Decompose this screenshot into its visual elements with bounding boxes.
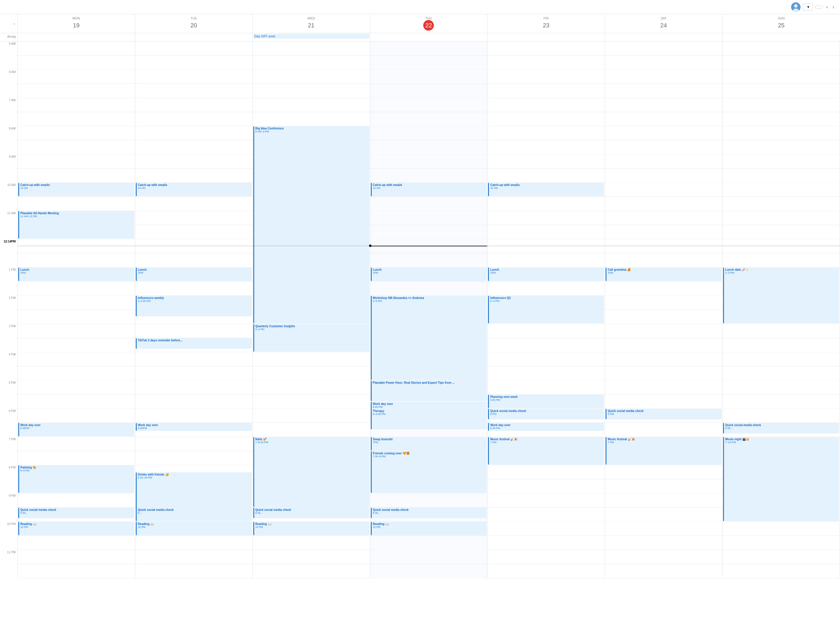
time-6-30 <box>0 84 18 98</box>
col-sat: Call grandma 🍊1PMQuick social media chec… <box>605 42 722 578</box>
time-8-30 <box>0 479 18 493</box>
time-labels: 5 AM 6 AM 7 AM 8 AM 9 AM 10 AM 11 AM 12:… <box>0 42 18 618</box>
days-grid: Catch-up with emails10 AMPlanable All-Ha… <box>18 42 840 618</box>
calendar-event[interactable]: Reading 📖10 PM <box>136 522 252 535</box>
calendar-event[interactable]: Music festival 🎸🎉7 PM <box>488 437 604 465</box>
time-7-30 <box>0 112 18 126</box>
allday-cell-sat <box>605 33 722 41</box>
allday-event-dayoff[interactable]: Day OFF work <box>253 34 369 39</box>
time-7-30 <box>0 451 18 465</box>
time-10-30 <box>0 536 18 550</box>
day-header-wed[interactable]: WED 21 <box>253 14 370 33</box>
time-4-30 <box>0 366 18 380</box>
day-header-mon[interactable]: MON 19 <box>18 14 135 33</box>
calendar-event[interactable]: Reading 📖10 PM <box>253 522 369 535</box>
calendar-event[interactable]: Catch-up with emails10 AM <box>18 183 134 196</box>
col-thu: Catch-up with emails10 AMLunch1PMWorksho… <box>370 42 488 578</box>
day-header-sun[interactable]: SUN 25 <box>722 14 840 33</box>
next-arrow[interactable]: › <box>831 3 835 11</box>
calendar-event[interactable]: Swap bracelet7PM <box>371 437 487 450</box>
time-5-30 <box>0 56 18 70</box>
calendar-event[interactable]: Quick social media check9:... <box>136 508 252 518</box>
calendar-event[interactable]: Quick social media check6:30... <box>723 423 839 434</box>
time-11pm: 11 PM <box>0 550 18 564</box>
calendar-event[interactable]: Catch-up with emails10 AM <box>371 183 487 196</box>
calendar-event[interactable]: Work day over6:30PM <box>136 423 252 431</box>
calendar-event[interactable]: Lunch date 🥢✨1–3 PM <box>723 267 839 324</box>
calendar-event[interactable]: Workshop SM Alexandra <> Andreea2–5 PM <box>371 296 487 380</box>
calendar-event[interactable]: Planable All-Hands Meeting11 AM–12 PM <box>18 211 134 239</box>
calendar-grid[interactable]: 5 AM 6 AM 7 AM 8 AM 9 AM 10 AM 11 AM 12:… <box>0 42 840 618</box>
time-12pm: 12:14PM <box>0 239 18 253</box>
calendar-event[interactable]: Friends coming over 🧡🦁7:30–9 PM <box>371 451 487 493</box>
calendar-event[interactable]: Painting 🎨8–9 PM <box>18 465 134 493</box>
calendar-event[interactable]: Reading 📖10 PM <box>371 522 487 535</box>
time-11-30 <box>0 225 18 239</box>
calendar-event[interactable]: Reading 📖10 PM <box>18 522 134 535</box>
current-time-line <box>370 246 487 246</box>
calendar-event[interactable]: Big Idea Conference8 AM–3 PM <box>253 126 369 324</box>
calendar-event[interactable]: Work day over6:30 PM <box>488 423 604 431</box>
calendar-event[interactable]: Quick social media check6 PM <box>606 409 722 419</box>
calendar-event[interactable]: Quick social media check9:30... <box>18 508 134 518</box>
calendar-event[interactable]: TikTok 2 days reminder before... <box>136 338 252 349</box>
time-5-30 <box>0 395 18 409</box>
time-col-header: + <box>0 14 18 33</box>
col-wed: Big Idea Conference8 AM–3 PMQuarterly Cu… <box>253 42 370 578</box>
svg-point-1 <box>794 4 798 7</box>
calendar-event[interactable]: Lunch1PM <box>371 267 487 281</box>
page-title <box>5 3 6 11</box>
day-header-tue[interactable]: TUE 20 <box>135 14 253 33</box>
avatar[interactable] <box>791 2 801 12</box>
time-6pm: 6 PM <box>0 409 18 423</box>
calendar-event[interactable]: Lunch1PM <box>18 267 134 281</box>
allday-cell-thu <box>370 33 488 41</box>
time-8am: 8 AM <box>0 126 18 140</box>
time-4pm: 4 PM <box>0 352 18 366</box>
time-10am: 10 AM <box>0 183 18 197</box>
day-header-sat[interactable]: SAT 24 <box>605 14 722 33</box>
time-12-30 <box>0 253 18 267</box>
allday-cell-wed: Day OFF work <box>253 33 370 41</box>
time-9-30 <box>0 169 18 183</box>
calendar-event[interactable]: Music festival 🎸🎉7 PM <box>606 437 722 465</box>
calendar-event[interactable]: Call grandma 🍊1PM <box>606 267 722 281</box>
col-fri: Catch-up with emails10 AMLunch1PMInfluen… <box>487 42 605 578</box>
calendar-event[interactable]: Quarterly Customer Insights3–4 PM <box>253 324 369 352</box>
col-tue: Catch-up with emails10 AMLunch1PMInfluen… <box>135 42 253 578</box>
calendar-event[interactable]: Quick social media check9:30... <box>253 508 369 518</box>
day-header-fri[interactable]: FRI 23 <box>487 14 605 33</box>
allday-cell-sun <box>722 33 840 41</box>
calendar-event[interactable]: Influencers weekly2–2:45 PM <box>136 296 252 316</box>
calendar-event[interactable]: Lunch1PM <box>488 267 604 281</box>
calendar-event[interactable]: Quick social media check6 PM <box>488 409 604 419</box>
allday-cell-fri <box>487 33 605 41</box>
calendar-event[interactable]: Influencers Q32–3 PM <box>488 296 604 324</box>
view-selector-button[interactable]: ▾ <box>803 3 813 10</box>
calendar-event[interactable]: Catch-up with emails10 AM <box>136 183 252 196</box>
calendar-event[interactable]: Planable Power Hour: Real Stories and Ex… <box>371 380 487 401</box>
calendar-event[interactable]: Lunch1PM <box>136 267 252 281</box>
calendar-event[interactable]: Work day over6:30PM <box>18 423 134 431</box>
col-mon: Catch-up with emails10 AMPlanable All-Ha… <box>18 42 135 578</box>
time-11am: 11 AM <box>0 211 18 225</box>
col-sun: Lunch date 🥢✨1–3 PMQuick social media ch… <box>722 42 840 578</box>
time-5pm: 5 PM <box>0 380 18 395</box>
time-5am: 5 AM <box>0 42 18 56</box>
calendar-event[interactable]: Movie night 🎬🍿7–10 PM <box>723 437 839 521</box>
calendar-event[interactable]: Quick social media check9:30... <box>371 508 487 518</box>
time-8pm: 8 PM <box>0 465 18 479</box>
time-9-30 <box>0 508 18 522</box>
allday-cell-tue <box>135 33 253 41</box>
today-button[interactable] <box>815 6 823 9</box>
calendar-event[interactable]: Therapy6–6:45 PM <box>371 409 487 429</box>
prev-arrow[interactable]: ‹ <box>825 3 829 11</box>
allday-cell-mon <box>18 33 135 41</box>
calendar-event[interactable]: Nails 💅7–9:30 PM <box>253 437 369 507</box>
calendar-event[interactable]: Planning next week5:30 PM <box>488 395 604 408</box>
calendar-event[interactable]: Work day over5:45 PM <box>371 402 487 410</box>
calendar-event[interactable]: Catch-up with emails10 AM <box>488 183 604 196</box>
time-10pm: 10 PM <box>0 522 18 536</box>
day-header-thu[interactable]: THU 22 <box>370 14 488 33</box>
time-7pm: 7 PM <box>0 437 18 451</box>
